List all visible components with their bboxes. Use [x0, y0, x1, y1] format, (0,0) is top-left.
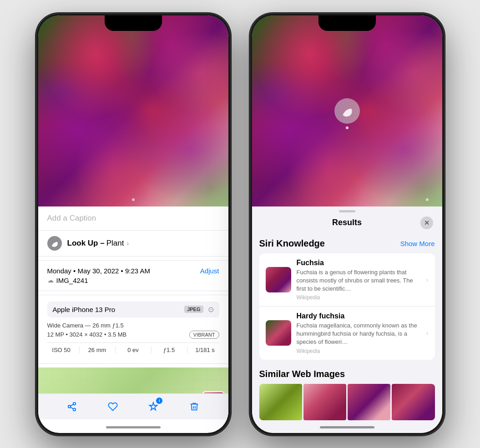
- specs-row2: 12 MP • 3024 × 4032 • 3.5 MB VIBRANT: [47, 331, 219, 339]
- lookup-label[interactable]: Look Up – Plant ›: [67, 239, 129, 248]
- knowledge-item-fuchsia[interactable]: Fuchsia Fuchsia is a genus of flowering …: [259, 253, 435, 307]
- left-phone: Add a Caption Look Up – Plant ›: [35, 13, 231, 436]
- fuchsia-chevron: ›: [426, 276, 429, 283]
- hardy-fuchsia-content: Hardy fuchsia Fuchsia magellanica, commo…: [297, 312, 421, 354]
- lookup-regular-text: Plant: [106, 239, 124, 248]
- info-badge: i: [156, 398, 162, 404]
- adjust-button[interactable]: Adjust: [200, 267, 219, 275]
- exif-aperture: ƒ1.5: [155, 347, 183, 353]
- drag-handle: [339, 210, 355, 212]
- leaf-icon: [51, 239, 59, 247]
- fuchsia-name: Fuchsia: [297, 259, 421, 267]
- show-more-button[interactable]: Show More: [400, 240, 435, 247]
- cloud-icon: ☁: [47, 277, 54, 284]
- siri-knowledge-section: Siri Knowledge Show More Fuchsia Fuchsia: [252, 234, 442, 364]
- vibrant-badge: VIBRANT: [189, 331, 219, 339]
- filename-text: IMG_4241: [56, 277, 88, 284]
- photo-info-section: Monday • May 30, 2022 • 9:23 AM Adjust ☁…: [38, 260, 228, 291]
- camera-specs: Wide Camera — 26 mm ƒ1.5: [47, 322, 219, 329]
- hardy-name: Hardy fuchsia: [297, 312, 421, 320]
- web-image-1[interactable]: [259, 384, 302, 420]
- lookup-row[interactable]: Look Up – Plant ›: [38, 231, 228, 257]
- web-image-4[interactable]: [392, 384, 435, 420]
- results-title: Results: [274, 218, 420, 227]
- lens-icon: ⊙: [208, 305, 214, 314]
- fuchsia-content: Fuchsia Fuchsia is a genus of flowering …: [297, 259, 421, 301]
- visual-search-button[interactable]: [334, 98, 360, 124]
- jpeg-badge: JPEG: [184, 306, 203, 313]
- caption-area[interactable]: Add a Caption: [38, 206, 228, 231]
- hardy-fuchsia-thumbnail: [266, 320, 291, 346]
- home-indicator: [106, 426, 161, 428]
- hardy-source: Wikipedia: [297, 348, 421, 354]
- similar-web-header: Similar Web Images: [259, 369, 435, 379]
- share-button[interactable]: [64, 398, 80, 415]
- right-content: Results ✕ Siri Knowledge Show More: [252, 15, 442, 433]
- heart-icon: [108, 402, 118, 412]
- photo-area-right[interactable]: [252, 15, 442, 206]
- exif-focal: 26 mm: [83, 347, 111, 353]
- similar-web-title: Similar Web Images: [259, 369, 345, 379]
- info-button[interactable]: i: [145, 398, 162, 415]
- close-icon: ✕: [424, 219, 429, 227]
- lookup-bold-text: Look Up –: [67, 239, 105, 248]
- similar-web-section: Similar Web Images: [252, 364, 442, 420]
- photo-dot-left: [132, 198, 135, 201]
- notch-right: [318, 15, 376, 31]
- lookup-chevron: ›: [126, 240, 129, 247]
- photo-area-left[interactable]: [38, 15, 228, 206]
- web-image-2[interactable]: [303, 384, 346, 420]
- exif-row: ISO 50 26 mm 0 ev ƒ1.5 1/181 s: [47, 342, 219, 357]
- date-text: Monday • May 30, 2022 • 9:23 AM: [47, 267, 150, 275]
- visual-search-leaf-icon: [341, 105, 354, 117]
- notch: [105, 15, 162, 31]
- results-panel-wrapper: Results ✕ Siri Knowledge Show More: [252, 206, 442, 433]
- visual-search-dot: [346, 126, 349, 129]
- date-row: Monday • May 30, 2022 • 9:23 AM Adjust: [47, 267, 219, 275]
- exif-ev: 0 ev: [119, 347, 147, 353]
- fuchsia-thumbnail: [266, 267, 291, 292]
- hardy-chevron: ›: [426, 329, 429, 337]
- photo-dot-right: [426, 198, 429, 201]
- exif-shutter: 1/181 s: [191, 347, 219, 353]
- hardy-description: Fuchsia magellanica, commonly known as t…: [297, 322, 421, 347]
- close-button[interactable]: ✕: [420, 216, 433, 229]
- fuchsia-description: Fuchsia is a genus of flowering plants t…: [297, 268, 421, 293]
- mp-text: 12 MP • 3024 × 4032 • 3.5 MB: [47, 331, 127, 338]
- web-image-3[interactable]: [348, 384, 390, 420]
- visual-lookup-icon: [47, 236, 62, 251]
- device-name: Apple iPhone 13 Pro: [53, 306, 116, 313]
- filename-row: ☁ IMG_4241: [47, 277, 219, 284]
- delete-button[interactable]: [186, 398, 202, 415]
- right-phone: Results ✕ Siri Knowledge Show More: [249, 13, 445, 436]
- web-images-row: [259, 384, 435, 420]
- device-section: Apple iPhone 13 Pro JPEG ⊙ Wide Camera —…: [38, 295, 228, 364]
- fuchsia-source: Wikipedia: [297, 294, 421, 301]
- exif-iso: ISO 50: [47, 347, 76, 353]
- phones-container: Add a Caption Look Up – Plant ›: [26, 4, 454, 445]
- section-header: Siri Knowledge Show More: [259, 238, 435, 249]
- knowledge-item-hardy[interactable]: Hardy fuchsia Fuchsia magellanica, commo…: [259, 307, 435, 360]
- home-indicator-right: [320, 426, 374, 428]
- favorite-button[interactable]: [105, 398, 121, 415]
- share-icon: [67, 402, 77, 412]
- bottom-toolbar: i: [38, 393, 228, 419]
- siri-knowledge-title: Siri Knowledge: [259, 238, 325, 249]
- trash-icon: [189, 402, 199, 412]
- caption-placeholder: Add a Caption: [47, 214, 96, 222]
- flower-overlay: [38, 15, 228, 206]
- device-header-row: Apple iPhone 13 Pro JPEG ⊙: [47, 302, 219, 317]
- knowledge-card: Fuchsia Fuchsia is a genus of flowering …: [259, 253, 435, 360]
